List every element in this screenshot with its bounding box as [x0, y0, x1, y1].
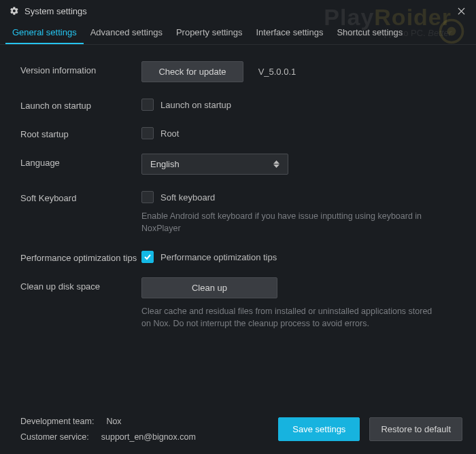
cleanup-helper: Clear cache and residual files from inst… — [141, 305, 441, 330]
close-icon — [458, 7, 465, 15]
dev-team-value: Nox — [106, 414, 121, 430]
tab-advanced-settings[interactable]: Advanced settings — [84, 22, 169, 44]
label-root: Root startup — [20, 125, 141, 139]
row-softkb: Soft Keyboard Soft keyboard Enable Andro… — [20, 189, 460, 234]
customer-service-label: Customer service: — [20, 430, 89, 445]
label-cleanup: Clean up disk space — [20, 277, 141, 292]
row-root: Root startup Root — [20, 125, 460, 139]
gear-icon — [10, 6, 19, 16]
row-perf: Performance optimization tips Performanc… — [20, 249, 460, 263]
tab-interface-settings[interactable]: Interface settings — [249, 22, 330, 44]
language-select[interactable]: English — [141, 154, 288, 175]
row-cleanup: Clean up disk space Clean up Clear cache… — [20, 277, 460, 330]
softkb-helper: Enable Android soft keyboard if you have… — [141, 210, 441, 234]
label-version: Version information — [20, 61, 141, 75]
tab-label: Property settings — [176, 27, 243, 37]
row-version: Version information Check for update V_5… — [20, 61, 460, 82]
footer: Development team: Nox Customer service: … — [0, 406, 476, 454]
language-value: English — [150, 159, 180, 169]
label-softkb: Soft Keyboard — [20, 189, 141, 203]
tab-label: General settings — [12, 27, 77, 37]
window-title: System settings — [24, 6, 87, 16]
footer-info: Development team: Nox Customer service: … — [20, 414, 269, 444]
launch-checkbox[interactable] — [141, 99, 154, 111]
perf-checkbox[interactable] — [141, 251, 154, 263]
tab-property-settings[interactable]: Property settings — [169, 22, 250, 44]
tab-shortcut-settings[interactable]: Shortcut settings — [330, 22, 409, 44]
content: Version information Check for update V_5… — [0, 45, 476, 330]
root-checkbox-label: Root — [160, 128, 179, 139]
tab-label: Shortcut settings — [337, 27, 403, 37]
dev-team-label: Development team: — [20, 414, 94, 430]
version-value: V_5.0.0.1 — [258, 67, 296, 77]
perf-checkbox-label: Performance optimization tips — [160, 252, 277, 262]
tab-label: Interface settings — [256, 27, 323, 37]
restore-default-button[interactable]: Restore to default — [369, 417, 462, 441]
chevron-updown-icon — [273, 160, 279, 168]
row-launch: Launch on startup Launch on startup — [20, 97, 460, 111]
titlebar: System settings — [0, 0, 476, 22]
tab-general-settings[interactable]: General settings — [5, 22, 84, 44]
softkb-checkbox-label: Soft keyboard — [160, 192, 215, 203]
save-settings-button[interactable]: Save settings — [278, 417, 360, 441]
root-checkbox[interactable] — [141, 127, 154, 139]
label-perf: Performance optimization tips — [20, 249, 141, 263]
tab-label: Advanced settings — [90, 27, 163, 37]
launch-checkbox-label: Launch on startup — [160, 100, 231, 110]
customer-service-value: support_en@bignox.com — [101, 430, 196, 445]
close-button[interactable] — [453, 3, 469, 19]
row-language: Language English — [20, 154, 460, 175]
check-icon — [143, 253, 152, 261]
softkb-checkbox[interactable] — [141, 191, 154, 203]
cleanup-button[interactable]: Clean up — [141, 277, 277, 298]
label-launch: Launch on startup — [20, 97, 141, 111]
tabs: General settings Advanced settings Prope… — [0, 22, 476, 45]
label-language: Language — [20, 154, 141, 168]
check-update-button[interactable]: Check for update — [141, 61, 243, 82]
